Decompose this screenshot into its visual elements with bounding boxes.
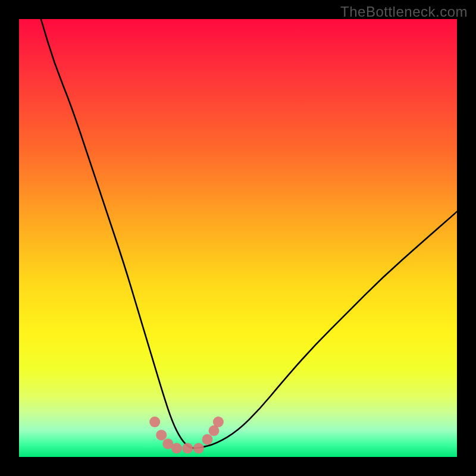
chart-svg (19, 19, 457, 457)
bottleneck-curve (41, 19, 457, 448)
marker-dot (171, 443, 182, 453)
marker-dot (182, 443, 193, 453)
marker-dot (202, 434, 212, 445)
plot-area (19, 19, 457, 457)
marker-dot (156, 430, 167, 440)
marker-cluster (149, 416, 224, 453)
marker-dot (213, 416, 224, 427)
chart-frame: TheBottleneck.com (0, 0, 476, 476)
marker-dot (149, 416, 160, 427)
marker-dot (193, 443, 204, 453)
watermark-text: TheBottleneck.com (340, 4, 468, 20)
